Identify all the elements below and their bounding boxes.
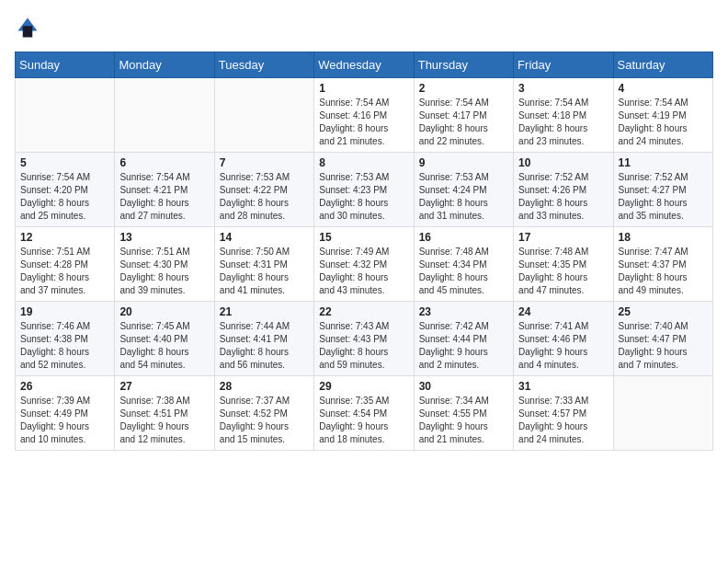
calendar-cell: 28Sunrise: 7:37 AM Sunset: 4:52 PM Dayli… xyxy=(214,376,313,451)
day-info: Sunrise: 7:50 AM Sunset: 4:31 PM Dayligh… xyxy=(220,246,309,297)
svg-marker-1 xyxy=(23,26,33,37)
calendar-cell: 16Sunrise: 7:48 AM Sunset: 4:34 PM Dayli… xyxy=(414,227,513,302)
calendar-header-tuesday: Tuesday xyxy=(214,52,313,78)
day-info: Sunrise: 7:33 AM Sunset: 4:57 PM Dayligh… xyxy=(518,395,608,446)
day-number: 10 xyxy=(518,156,608,169)
calendar-cell: 2Sunrise: 7:54 AM Sunset: 4:17 PM Daylig… xyxy=(414,78,513,153)
day-number: 31 xyxy=(518,380,608,393)
day-info: Sunrise: 7:54 AM Sunset: 4:16 PM Dayligh… xyxy=(319,97,408,148)
day-info: Sunrise: 7:41 AM Sunset: 4:46 PM Dayligh… xyxy=(518,320,608,372)
day-info: Sunrise: 7:48 AM Sunset: 4:34 PM Dayligh… xyxy=(419,246,508,297)
day-number: 30 xyxy=(419,380,508,393)
calendar-cell: 9Sunrise: 7:53 AM Sunset: 4:24 PM Daylig… xyxy=(414,153,513,227)
day-info: Sunrise: 7:54 AM Sunset: 4:19 PM Dayligh… xyxy=(619,97,708,148)
calendar-cell: 26Sunrise: 7:39 AM Sunset: 4:49 PM Dayli… xyxy=(16,376,115,451)
day-info: Sunrise: 7:54 AM Sunset: 4:21 PM Dayligh… xyxy=(119,171,209,223)
day-number: 27 xyxy=(119,380,209,393)
calendar-cell: 18Sunrise: 7:47 AM Sunset: 4:37 PM Dayli… xyxy=(613,227,712,302)
calendar-cell: 5Sunrise: 7:54 AM Sunset: 4:20 PM Daylig… xyxy=(16,153,115,227)
calendar-header-thursday: Thursday xyxy=(414,52,513,78)
day-info: Sunrise: 7:40 AM Sunset: 4:47 PM Dayligh… xyxy=(619,320,708,372)
calendar-header-wednesday: Wednesday xyxy=(314,52,414,78)
calendar-cell: 1Sunrise: 7:54 AM Sunset: 4:16 PM Daylig… xyxy=(314,78,414,153)
calendar-header-monday: Monday xyxy=(115,52,214,78)
day-info: Sunrise: 7:42 AM Sunset: 4:44 PM Dayligh… xyxy=(419,320,508,372)
day-number: 22 xyxy=(319,305,408,318)
calendar-cell: 13Sunrise: 7:51 AM Sunset: 4:30 PM Dayli… xyxy=(115,227,214,302)
calendar-cell: 7Sunrise: 7:53 AM Sunset: 4:22 PM Daylig… xyxy=(214,153,313,227)
day-info: Sunrise: 7:53 AM Sunset: 4:22 PM Dayligh… xyxy=(220,171,309,223)
day-info: Sunrise: 7:43 AM Sunset: 4:43 PM Dayligh… xyxy=(319,320,408,372)
day-info: Sunrise: 7:37 AM Sunset: 4:52 PM Dayligh… xyxy=(220,395,309,446)
day-info: Sunrise: 7:53 AM Sunset: 4:24 PM Dayligh… xyxy=(419,171,508,223)
calendar-cell: 31Sunrise: 7:33 AM Sunset: 4:57 PM Dayli… xyxy=(514,376,613,451)
calendar-week-row: 19Sunrise: 7:46 AM Sunset: 4:38 PM Dayli… xyxy=(16,302,713,376)
calendar-cell xyxy=(115,78,214,153)
day-number: 3 xyxy=(518,82,608,95)
calendar-cell xyxy=(16,78,115,153)
day-number: 5 xyxy=(20,156,109,169)
logo-icon xyxy=(15,15,40,40)
day-number: 21 xyxy=(220,305,309,318)
day-number: 19 xyxy=(20,305,109,318)
day-number: 20 xyxy=(119,305,209,318)
calendar-cell: 8Sunrise: 7:53 AM Sunset: 4:23 PM Daylig… xyxy=(314,153,414,227)
calendar-cell: 25Sunrise: 7:40 AM Sunset: 4:47 PM Dayli… xyxy=(613,302,712,376)
day-info: Sunrise: 7:34 AM Sunset: 4:55 PM Dayligh… xyxy=(419,395,508,446)
calendar-cell: 6Sunrise: 7:54 AM Sunset: 4:21 PM Daylig… xyxy=(115,153,214,227)
day-number: 7 xyxy=(220,156,309,169)
day-info: Sunrise: 7:44 AM Sunset: 4:41 PM Dayligh… xyxy=(220,320,309,372)
calendar-cell xyxy=(214,78,313,153)
calendar-cell: 21Sunrise: 7:44 AM Sunset: 4:41 PM Dayli… xyxy=(214,302,313,376)
day-number: 23 xyxy=(419,305,508,318)
day-info: Sunrise: 7:52 AM Sunset: 4:27 PM Dayligh… xyxy=(619,171,708,223)
day-info: Sunrise: 7:45 AM Sunset: 4:40 PM Dayligh… xyxy=(119,320,209,372)
calendar-week-row: 26Sunrise: 7:39 AM Sunset: 4:49 PM Dayli… xyxy=(16,376,713,451)
day-info: Sunrise: 7:48 AM Sunset: 4:35 PM Dayligh… xyxy=(518,246,608,297)
day-number: 13 xyxy=(119,231,209,244)
day-number: 26 xyxy=(20,380,109,393)
day-number: 17 xyxy=(518,231,608,244)
page-header xyxy=(15,15,713,40)
calendar-header-saturday: Saturday xyxy=(613,52,712,78)
day-info: Sunrise: 7:51 AM Sunset: 4:28 PM Dayligh… xyxy=(20,246,109,297)
day-number: 1 xyxy=(319,82,408,95)
calendar-cell: 27Sunrise: 7:38 AM Sunset: 4:51 PM Dayli… xyxy=(115,376,214,451)
day-info: Sunrise: 7:47 AM Sunset: 4:37 PM Dayligh… xyxy=(619,246,708,297)
day-info: Sunrise: 7:51 AM Sunset: 4:30 PM Dayligh… xyxy=(119,246,209,297)
calendar-cell: 17Sunrise: 7:48 AM Sunset: 4:35 PM Dayli… xyxy=(514,227,613,302)
calendar-cell: 19Sunrise: 7:46 AM Sunset: 4:38 PM Dayli… xyxy=(16,302,115,376)
day-info: Sunrise: 7:49 AM Sunset: 4:32 PM Dayligh… xyxy=(319,246,408,297)
calendar-cell: 30Sunrise: 7:34 AM Sunset: 4:55 PM Dayli… xyxy=(414,376,513,451)
calendar-cell: 20Sunrise: 7:45 AM Sunset: 4:40 PM Dayli… xyxy=(115,302,214,376)
calendar-header-sunday: Sunday xyxy=(16,52,115,78)
calendar-cell: 14Sunrise: 7:50 AM Sunset: 4:31 PM Dayli… xyxy=(214,227,313,302)
day-info: Sunrise: 7:53 AM Sunset: 4:23 PM Dayligh… xyxy=(319,171,408,223)
calendar-cell: 23Sunrise: 7:42 AM Sunset: 4:44 PM Dayli… xyxy=(414,302,513,376)
calendar-week-row: 1Sunrise: 7:54 AM Sunset: 4:16 PM Daylig… xyxy=(16,78,713,153)
calendar-week-row: 12Sunrise: 7:51 AM Sunset: 4:28 PM Dayli… xyxy=(16,227,713,302)
day-info: Sunrise: 7:54 AM Sunset: 4:18 PM Dayligh… xyxy=(518,97,608,148)
day-info: Sunrise: 7:54 AM Sunset: 4:17 PM Dayligh… xyxy=(419,97,508,148)
day-info: Sunrise: 7:38 AM Sunset: 4:51 PM Dayligh… xyxy=(119,395,209,446)
day-number: 18 xyxy=(619,231,708,244)
day-number: 25 xyxy=(619,305,708,318)
day-info: Sunrise: 7:54 AM Sunset: 4:20 PM Dayligh… xyxy=(20,171,109,223)
day-number: 9 xyxy=(419,156,508,169)
day-number: 24 xyxy=(518,305,608,318)
calendar-cell: 10Sunrise: 7:52 AM Sunset: 4:26 PM Dayli… xyxy=(514,153,613,227)
logo xyxy=(15,15,44,40)
calendar-cell: 24Sunrise: 7:41 AM Sunset: 4:46 PM Dayli… xyxy=(514,302,613,376)
calendar-table: SundayMondayTuesdayWednesdayThursdayFrid… xyxy=(15,52,713,451)
day-info: Sunrise: 7:35 AM Sunset: 4:54 PM Dayligh… xyxy=(319,395,408,446)
calendar-cell: 4Sunrise: 7:54 AM Sunset: 4:19 PM Daylig… xyxy=(613,78,712,153)
day-number: 2 xyxy=(419,82,508,95)
calendar-header-row: SundayMondayTuesdayWednesdayThursdayFrid… xyxy=(16,52,713,78)
day-number: 8 xyxy=(319,156,408,169)
calendar-cell: 12Sunrise: 7:51 AM Sunset: 4:28 PM Dayli… xyxy=(16,227,115,302)
calendar-cell xyxy=(613,376,712,451)
calendar-cell: 11Sunrise: 7:52 AM Sunset: 4:27 PM Dayli… xyxy=(613,153,712,227)
calendar-week-row: 5Sunrise: 7:54 AM Sunset: 4:20 PM Daylig… xyxy=(16,153,713,227)
day-info: Sunrise: 7:52 AM Sunset: 4:26 PM Dayligh… xyxy=(518,171,608,223)
calendar-cell: 15Sunrise: 7:49 AM Sunset: 4:32 PM Dayli… xyxy=(314,227,414,302)
